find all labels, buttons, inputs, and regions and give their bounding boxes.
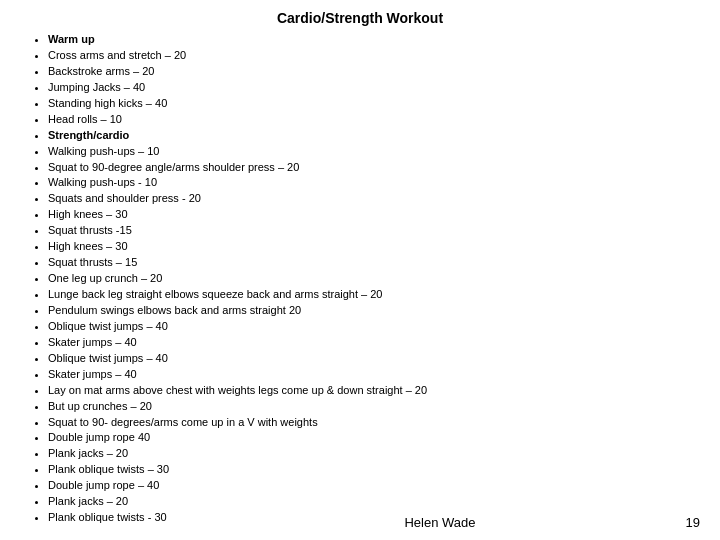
list-item: Lunge back leg straight elbows squeeze b… — [48, 287, 700, 303]
list-item: High knees – 30 — [48, 239, 700, 255]
workout-list: Warm upCross arms and stretch – 20Backst… — [20, 32, 700, 526]
list-item: Oblique twist jumps – 40 — [48, 351, 700, 367]
list-item: Skater jumps – 40 — [48, 367, 700, 383]
list-item: Jumping Jacks – 40 — [48, 80, 700, 96]
list-item: Squats and shoulder press - 20 — [48, 191, 700, 207]
list-item: Warm up — [48, 32, 700, 48]
list-item: Walking push-ups - 10 — [48, 175, 700, 191]
footer: Helen Wade 19 — [0, 515, 720, 530]
list-item: Head rolls – 10 — [48, 112, 700, 128]
list-item: Backstroke arms – 20 — [48, 64, 700, 80]
list-item: Plank oblique twists – 30 — [48, 462, 700, 478]
list-item: Plank jacks – 20 — [48, 494, 700, 510]
list-item: Pendulum swings elbows back and arms str… — [48, 303, 700, 319]
list-item: Skater jumps – 40 — [48, 335, 700, 351]
page-title: Cardio/Strength Workout — [20, 10, 700, 26]
list-item: Oblique twist jumps – 40 — [48, 319, 700, 335]
list-item: Walking push-ups – 10 — [48, 144, 700, 160]
list-item: Lay on mat arms above chest with weights… — [48, 383, 700, 399]
footer-name: Helen Wade — [404, 515, 475, 530]
page: Cardio/Strength Workout Warm upCross arm… — [0, 0, 720, 540]
list-item: High knees – 30 — [48, 207, 700, 223]
footer-page-number: 19 — [686, 515, 700, 530]
list-item: Squat to 90- degrees/arms come up in a V… — [48, 415, 700, 431]
list-item: One leg up crunch – 20 — [48, 271, 700, 287]
list-item: Squat thrusts – 15 — [48, 255, 700, 271]
list-item: Standing high kicks – 40 — [48, 96, 700, 112]
list-item: Cross arms and stretch – 20 — [48, 48, 700, 64]
list-item: Squat thrusts -15 — [48, 223, 700, 239]
list-item: Double jump rope – 40 — [48, 478, 700, 494]
list-item: Plank jacks – 20 — [48, 446, 700, 462]
list-item: Double jump rope 40 — [48, 430, 700, 446]
list-item: But up crunches – 20 — [48, 399, 700, 415]
list-item: Squat to 90-degree angle/arms shoulder p… — [48, 160, 700, 176]
list-item: Strength/cardio — [48, 128, 700, 144]
